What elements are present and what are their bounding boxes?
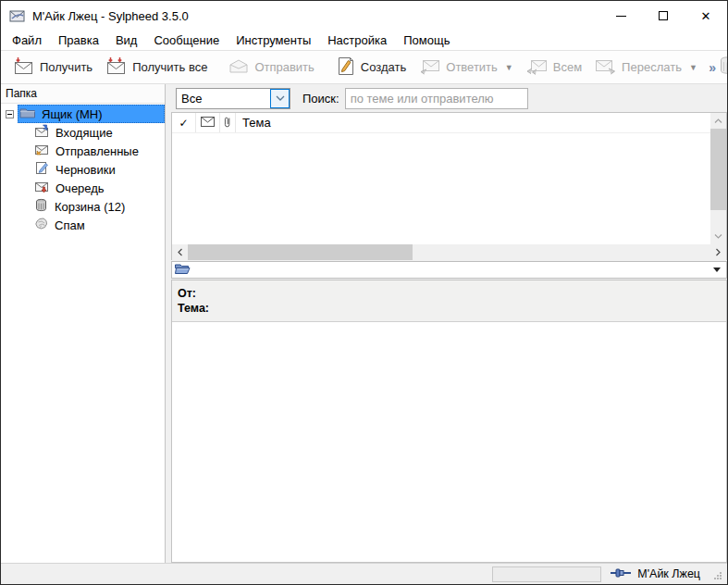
filter-combobox[interactable]: Все <box>176 88 290 109</box>
folder-pane-header[interactable]: Папка <box>1 84 165 104</box>
horizontal-scrollbar-thumb[interactable] <box>188 244 413 260</box>
scroll-down-icon[interactable] <box>710 229 726 244</box>
receive-label: Получить <box>40 60 93 74</box>
compose-label: Создать <box>361 60 406 74</box>
folder-row-junk[interactable]: Спам <box>1 216 165 234</box>
folder-pane: Папка Ящик (МН) Входящие <box>1 84 166 563</box>
junk-icon <box>34 217 48 233</box>
subject-column-label: Тема <box>242 116 271 130</box>
vertical-scrollbar-thumb[interactable] <box>710 129 726 210</box>
folder-row-mailbox[interactable]: Ящик (МН) <box>1 105 165 123</box>
maximize-icon <box>659 11 668 20</box>
reply-dropdown-icon[interactable]: ▼ <box>505 63 513 72</box>
folder-label: Черновики <box>49 163 116 177</box>
queue-icon <box>34 180 49 196</box>
reply-all-icon <box>526 56 548 78</box>
status-message-area <box>1 564 492 584</box>
status-progress-area <box>492 566 601 582</box>
menu-message[interactable]: Сообщение <box>145 31 228 49</box>
menu-view[interactable]: Вид <box>107 31 146 49</box>
menu-configuration[interactable]: Настройка <box>319 31 395 49</box>
message-list-header: ✓ Тема <box>172 113 710 133</box>
selected-folder-highlight[interactable]: Ящик (МН) <box>18 105 165 123</box>
mark-icon: ✓ <box>179 117 188 130</box>
message-list: ✓ Тема <box>171 112 727 244</box>
folder-row-drafts[interactable]: Черновики <box>1 160 165 179</box>
reply-button[interactable]: Ответить ▼ <box>413 53 520 81</box>
column-mark[interactable]: ✓ <box>172 113 196 132</box>
scroll-up-icon[interactable] <box>710 113 726 129</box>
collapse-expander-icon[interactable] <box>6 110 14 118</box>
main-area: Папка Ящик (МН) Входящие <box>1 84 727 563</box>
column-unread[interactable] <box>196 113 220 132</box>
message-header: От: Тема: <box>172 280 726 322</box>
scroll-left-icon[interactable] <box>172 244 188 260</box>
drafts-icon <box>34 161 49 178</box>
folder-row-trash[interactable]: Корзина (12) <box>1 197 165 216</box>
send-mail-icon <box>228 56 249 78</box>
forward-button[interactable]: Переслать ▼ <box>588 53 704 81</box>
compose-button[interactable]: Создать <box>328 53 413 82</box>
toolbar: Получить Получить все Отправить Создать <box>1 51 727 84</box>
menu-help[interactable]: Помощь <box>395 31 458 49</box>
sent-icon <box>34 143 49 159</box>
close-button[interactable]: ✕ <box>685 1 727 31</box>
receive-all-label: Получить все <box>132 60 207 74</box>
filter-selected-value: Все <box>177 92 270 106</box>
statusbar: М'Айк Лжец <box>1 563 727 584</box>
reply-all-button[interactable]: Всем <box>520 53 588 81</box>
trash-icon <box>34 198 48 215</box>
message-body[interactable] <box>172 322 726 562</box>
unread-icon <box>201 116 215 130</box>
chevron-down-icon[interactable] <box>270 89 290 108</box>
reply-icon <box>419 56 440 78</box>
compose-icon <box>335 56 355 79</box>
search-label: Поиск: <box>302 92 339 106</box>
folder-row-queue[interactable]: Очередь <box>1 179 165 197</box>
receive-all-button[interactable]: Получить все <box>99 53 214 81</box>
reply-label: Ответить <box>446 60 498 74</box>
send-label: Отправить <box>254 60 314 74</box>
receive-button[interactable]: Получить <box>6 53 99 81</box>
folder-bar-dropdown-icon[interactable] <box>713 268 721 272</box>
forward-dropdown-icon[interactable]: ▼ <box>689 63 697 72</box>
column-subject[interactable]: Тема <box>236 113 710 132</box>
resize-grip[interactable] <box>713 569 722 579</box>
column-attachment[interactable] <box>220 113 236 132</box>
minimize-button[interactable] <box>599 1 642 31</box>
folder-label: Спам <box>48 218 85 232</box>
menu-file[interactable]: Файл <box>4 31 50 49</box>
vertical-scrollbar[interactable] <box>710 113 726 244</box>
minimize-icon <box>616 16 626 17</box>
folder-label: Ящик (МН) <box>36 107 103 121</box>
search-row: Все Поиск: <box>171 84 727 112</box>
from-label: От: <box>178 286 726 301</box>
forward-icon <box>595 56 616 78</box>
message-list-body[interactable] <box>172 133 710 244</box>
folder-label: Отправленные <box>49 144 139 158</box>
quick-folder-bar[interactable] <box>171 261 727 279</box>
right-pane: Все Поиск: ✓ <box>171 84 727 563</box>
forward-label: Переслать <box>622 60 682 74</box>
folder-tree: Ящик (МН) Входящие Отправленные <box>1 104 165 234</box>
subject-label: Тема: <box>178 301 726 316</box>
inbox-icon <box>34 124 49 141</box>
send-button[interactable]: Отправить <box>221 53 320 81</box>
status-account[interactable]: М'Айк Лжец <box>611 567 700 580</box>
search-input[interactable] <box>345 88 528 109</box>
menubar: Файл Правка Вид Сообщение Инструменты На… <box>1 31 727 51</box>
scroll-right-icon[interactable] <box>710 244 726 260</box>
folder-label: Очередь <box>49 181 105 195</box>
toolbar-overflow-chevron[interactable]: » <box>709 60 716 75</box>
menu-edit[interactable]: Правка <box>50 31 107 49</box>
folder-row-sent[interactable]: Отправленные <box>1 142 165 160</box>
horizontal-scrollbar[interactable] <box>171 244 727 260</box>
trash-can-icon <box>718 56 728 79</box>
menu-tools[interactable]: Инструменты <box>228 31 319 49</box>
folder-label: Корзина (12) <box>48 200 125 214</box>
reply-all-label: Всем <box>553 60 582 74</box>
receive-mail-icon <box>13 56 34 78</box>
account-name: М'Айк Лжец <box>637 567 700 580</box>
folder-row-inbox[interactable]: Входящие <box>1 123 165 142</box>
maximize-button[interactable] <box>642 1 685 31</box>
